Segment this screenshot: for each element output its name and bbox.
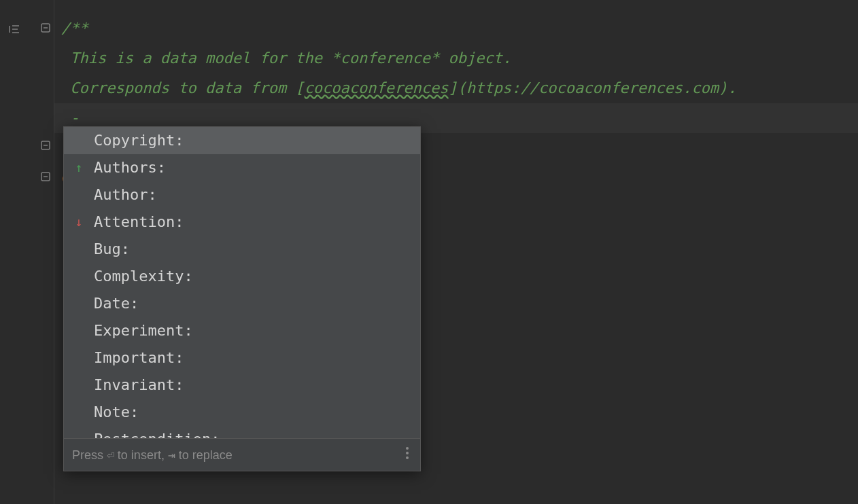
more-options-icon[interactable] <box>402 446 412 463</box>
fold-marker-icon[interactable] <box>41 19 50 29</box>
doc-link[interactable]: cocoaconferences <box>305 79 449 96</box>
svg-point-11 <box>406 452 409 454</box>
autocomplete-item-authors[interactable]: ↑ Authors: <box>64 154 420 181</box>
autocomplete-item-note[interactable]: Note: <box>64 399 420 426</box>
up-arrow-icon: ↑ <box>73 162 84 173</box>
autocomplete-item-label: Invariant: <box>94 376 184 393</box>
autocomplete-item-postcondition[interactable]: Postcondition: <box>64 426 420 438</box>
autocomplete-popup: Copyright: ↑ Authors: Author: ↓ Attentio… <box>63 126 421 471</box>
autocomplete-item-label: Date: <box>94 295 139 312</box>
autocomplete-item-author[interactable]: Author: <box>64 181 420 209</box>
down-arrow-icon: ↓ <box>73 217 84 228</box>
code-line: /** <box>54 14 858 43</box>
autocomplete-item-label: Important: <box>94 349 184 366</box>
svg-point-10 <box>406 447 409 450</box>
autocomplete-item-label: Postcondition: <box>94 431 220 438</box>
autocomplete-item-attention[interactable]: ↓ Attention: <box>64 209 420 236</box>
autocomplete-item-copyright[interactable]: Copyright: <box>64 127 420 154</box>
autocomplete-item-label: Author: <box>94 186 157 203</box>
autocomplete-item-complexity[interactable]: Complexity: <box>64 263 420 290</box>
svg-point-12 <box>406 456 409 459</box>
fold-marker-icon[interactable] <box>41 168 50 177</box>
autocomplete-item-label: Note: <box>94 403 139 420</box>
autocomplete-item-date[interactable]: Date: <box>64 290 420 317</box>
autocomplete-item-label: Authors: <box>94 159 166 176</box>
autocomplete-item-label: Attention: <box>94 213 184 230</box>
autocomplete-item-label: Experiment: <box>94 322 193 339</box>
autocomplete-item-label: Copyright: <box>94 132 184 149</box>
autocomplete-footer: Press ⏎ to insert, ⇥ to replace <box>64 438 420 471</box>
autocomplete-item-important[interactable]: Important: <box>64 344 420 372</box>
autocomplete-item-bug[interactable]: Bug: <box>64 236 420 263</box>
paragraph-icon <box>8 20 20 30</box>
autocomplete-item-label: Bug: <box>94 240 130 257</box>
autocomplete-hint: Press ⏎ to insert, ⇥ to replace <box>72 448 233 463</box>
autocomplete-item-invariant[interactable]: Invariant: <box>64 372 420 399</box>
fold-marker-icon[interactable] <box>41 137 50 146</box>
editor-gutter <box>0 0 54 504</box>
autocomplete-item-label: Complexity: <box>94 268 193 285</box>
code-line: Corresponds to data from [cocoaconferenc… <box>54 73 858 103</box>
autocomplete-item-experiment[interactable]: Experiment: <box>64 317 420 344</box>
code-line: This is a data model for the *conference… <box>54 43 858 73</box>
autocomplete-list: Copyright: ↑ Authors: Author: ↓ Attentio… <box>64 127 420 438</box>
